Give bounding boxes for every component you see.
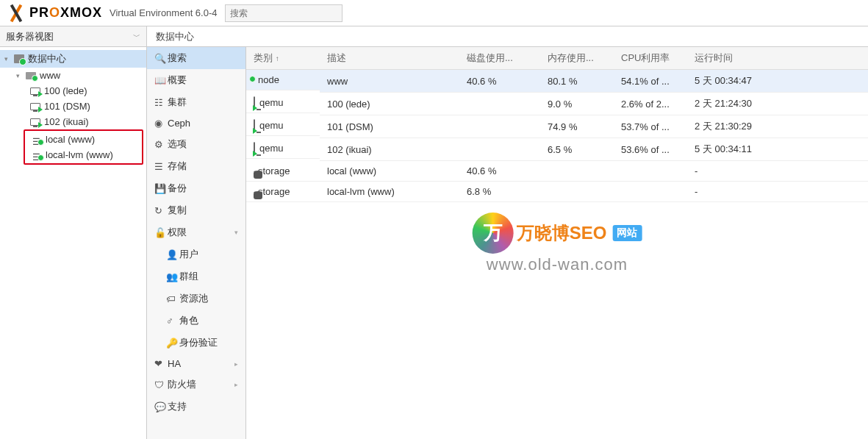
save-icon: 💾: [154, 183, 168, 194]
search-icon: 🔍: [154, 53, 168, 64]
menu-auth[interactable]: 🔑身份验证: [147, 332, 245, 354]
search-grid: 类别 ↑ 描述 磁盘使用... 内存使用... CPU利用率 运行时间 node…: [246, 47, 868, 439]
table-row[interactable]: qemu101 (DSM)74.9 %53.7% of ...2 天 21:30…: [246, 115, 868, 138]
tree-datacenter-label: 数据中心: [28, 52, 66, 65]
col-type-label: 类别: [254, 52, 273, 63]
view-selector-label: 服务器视图: [6, 30, 54, 43]
cell-cpu: [614, 161, 687, 182]
breadcrumb: 数据中心: [147, 26, 868, 47]
table-row[interactable]: qemu102 (ikuai)6.5 %53.6% of ...5 天 00:3…: [246, 138, 868, 161]
cell-uptime: 5 天 00:34:11: [687, 138, 797, 161]
cell-disk: 6.8 %: [459, 182, 540, 202]
logo: PROXMOX: [6, 5, 102, 21]
menu-label: 身份验证: [179, 336, 238, 349]
brand-pre: PR: [29, 5, 49, 20]
shield-icon: 🛡: [154, 379, 168, 390]
table-header-row: 类别 ↑ 描述 磁盘使用... 内存使用... CPU利用率 运行时间: [246, 47, 868, 70]
menu-search[interactable]: 🔍搜索: [147, 47, 245, 69]
menu-label: 用户: [179, 248, 238, 261]
col-type[interactable]: 类别 ↑: [246, 47, 320, 70]
col-uptime[interactable]: 运行时间: [687, 47, 797, 70]
menu-label: 角色: [179, 314, 238, 327]
cell-desc: www: [320, 70, 459, 93]
cell-type-label: storage: [258, 165, 290, 176]
menu-replication[interactable]: ↻复制: [147, 199, 245, 221]
tree-toggle-icon[interactable]: ▾: [4, 55, 13, 63]
view-selector[interactable]: 服务器视图 ﹀: [0, 26, 146, 47]
cell-spacer: [797, 115, 868, 138]
cluster-icon: ☷: [154, 97, 168, 108]
table-row[interactable]: nodewww40.6 %80.1 %54.1% of ...5 天 00:34…: [246, 70, 868, 93]
tree-vm-100[interactable]: 100 (lede): [0, 83, 146, 99]
cell-uptime: 5 天 00:34:47: [687, 70, 797, 93]
menu-backup[interactable]: 💾备份: [147, 177, 245, 199]
storage-icon: [31, 150, 43, 160]
tree-vm-101[interactable]: 101 (DSM): [0, 99, 146, 114]
menu-cluster[interactable]: ☷集群: [147, 91, 245, 113]
cell-mem: [540, 182, 614, 202]
menu-label: 存储: [168, 160, 238, 173]
chevron-down-icon: ▾: [234, 229, 238, 236]
menu-options[interactable]: ⚙选项: [147, 133, 245, 155]
menu-label: 备份: [168, 182, 238, 195]
cell-spacer: [797, 93, 868, 115]
cell-spacer: [797, 70, 868, 93]
cell-type: qemu: [246, 93, 320, 113]
menu-summary[interactable]: 📖概要: [147, 69, 245, 91]
watermark-logo-icon: 万: [473, 213, 514, 254]
tree-node-label: www: [40, 70, 60, 81]
menu-users[interactable]: 👤用户: [147, 243, 245, 265]
col-cpu[interactable]: CPU利用率: [614, 47, 687, 70]
menu-ha[interactable]: ❤HA▸: [147, 354, 245, 374]
version-label: Virtual Environment 6.0-4: [110, 7, 217, 18]
tree-storage-local[interactable]: local (www): [25, 132, 142, 147]
tree-toggle-icon[interactable]: ▾: [16, 72, 25, 79]
tree-storage-local-lvm[interactable]: local-lvm (www): [25, 147, 142, 163]
config-menu: 🔍搜索 📖概要 ☷集群 ◉Ceph ⚙选项 ☰存储 💾备份 ↻复制 🔓权限▾ 👤…: [147, 47, 246, 439]
watermark-badge: 网站: [612, 225, 642, 241]
brand-ox: O: [49, 5, 60, 20]
chevron-down-icon: ﹀: [133, 32, 140, 42]
table-row[interactable]: storagelocal (www)40.6 %-: [246, 161, 868, 182]
menu-label: Ceph: [168, 118, 238, 129]
cell-disk: [459, 115, 540, 138]
table-row[interactable]: qemu100 (lede)9.0 %2.6% of 2...2 天 21:24…: [246, 93, 868, 115]
global-search[interactable]: [225, 4, 342, 22]
col-disk[interactable]: 磁盘使用...: [459, 47, 540, 70]
node-icon: [25, 71, 37, 81]
menu-pools[interactable]: 🏷资源池: [147, 288, 245, 310]
vm-icon: [254, 143, 255, 154]
menu-groups[interactable]: 👥群组: [147, 265, 245, 288]
book-icon: 📖: [154, 75, 168, 86]
table-row[interactable]: storagelocal-lvm (www)6.8 %-: [246, 182, 868, 202]
col-desc[interactable]: 描述: [320, 47, 459, 70]
search-input[interactable]: [225, 4, 342, 22]
tree-storage-label: local-lvm (www): [46, 149, 113, 160]
cell-disk: [459, 138, 540, 161]
cell-mem: 6.5 %: [540, 138, 614, 161]
menu-permissions[interactable]: 🔓权限▾: [147, 221, 245, 243]
cell-cpu: 53.7% of ...: [614, 115, 687, 138]
tree-node-www[interactable]: ▾ www: [0, 68, 146, 83]
col-mem[interactable]: 内存使用...: [540, 47, 614, 70]
tree-datacenter[interactable]: ▾ 数据中心: [0, 50, 146, 68]
cell-type-label: storage: [258, 186, 290, 197]
results-table: 类别 ↑ 描述 磁盘使用... 内存使用... CPU利用率 运行时间 node…: [246, 47, 868, 202]
chevron-right-icon: ▸: [234, 381, 238, 388]
tree-vm-102[interactable]: 102 (ikuai): [0, 114, 146, 129]
menu-support[interactable]: 💬支持: [147, 396, 245, 418]
menu-label: 选项: [168, 138, 238, 151]
gear-icon: ⚙: [154, 139, 168, 150]
menu-roles[interactable]: ♂角色: [147, 310, 245, 332]
sync-icon: ↻: [154, 205, 168, 216]
col-spacer: [797, 47, 868, 70]
ceph-icon: ◉: [154, 118, 168, 129]
menu-label: 复制: [168, 204, 238, 217]
watermark-url: www.old-wan.com: [473, 255, 642, 274]
storage-icon: ☰: [154, 161, 168, 172]
cell-type-label: qemu: [259, 97, 284, 108]
menu-firewall[interactable]: 🛡防火墙▸: [147, 374, 245, 396]
menu-ceph[interactable]: ◉Ceph: [147, 113, 245, 133]
menu-storage[interactable]: ☰存储: [147, 155, 245, 177]
group-icon: 👥: [166, 271, 179, 282]
